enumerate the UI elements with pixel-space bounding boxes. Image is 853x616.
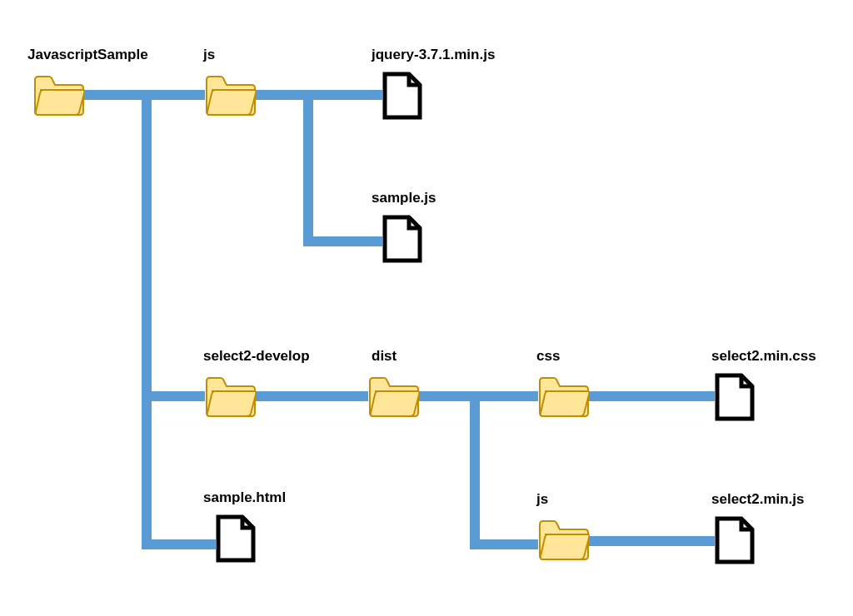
node-label-samplejs: sample.js (372, 190, 436, 206)
file-icon (216, 514, 256, 563)
node-label-jsfolder2: js (536, 491, 548, 508)
file-icon (715, 373, 755, 421)
node-label-dist: dist (372, 348, 397, 365)
node-label-select2dev: select2-develop (203, 348, 310, 365)
file-icon (715, 516, 755, 564)
node-label-jquery: jquery-3.7.1.min.js (372, 47, 495, 63)
file-icon (382, 215, 422, 263)
node-label-select2minjs: select2.min.js (711, 491, 805, 508)
node-label-js: js (203, 47, 215, 63)
folder-icon (538, 518, 590, 561)
folder-icon (33, 73, 85, 117)
diagram-canvas: JavascriptSample js jquery-3.7.1.min.js … (0, 0, 853, 616)
folder-icon (538, 375, 590, 418)
file-icon (382, 72, 422, 120)
node-label-select2mincss: select2.min.css (711, 348, 816, 365)
node-label-samplehtml: sample.html (203, 489, 286, 506)
folder-icon (368, 375, 420, 418)
node-label-root: JavascriptSample (27, 47, 148, 63)
folder-icon (205, 375, 257, 418)
node-label-css: css (536, 348, 560, 365)
folder-icon (205, 73, 257, 117)
